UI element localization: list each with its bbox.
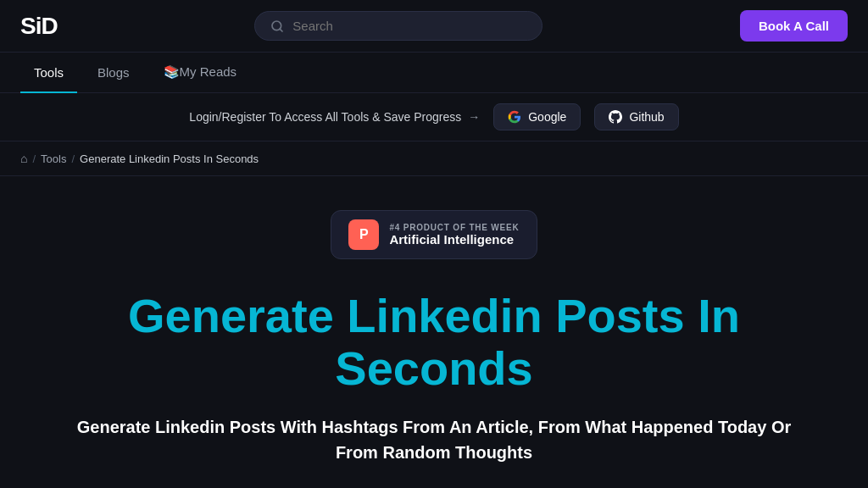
github-login-button[interactable]: Github — [594, 103, 678, 130]
search-icon — [270, 19, 284, 33]
logo: SiD — [20, 13, 58, 40]
tab-tools[interactable]: Tools — [20, 53, 77, 93]
book-call-button[interactable]: Book A Call — [740, 10, 848, 42]
product-hunt-icon: P — [348, 219, 379, 250]
breadcrumb-tools[interactable]: Tools — [41, 152, 66, 165]
tab-my-reads[interactable]: 📚My Reads — [150, 53, 251, 93]
google-login-button[interactable]: Google — [493, 103, 581, 130]
product-rank: #4 PRODUCT OF THE WEEK — [389, 223, 519, 232]
login-register-label: Login/Register To Access All Tools & Sav… — [189, 110, 461, 124]
home-icon[interactable]: ⌂ — [20, 152, 27, 165]
google-icon — [508, 110, 521, 124]
svg-line-1 — [280, 29, 282, 31]
sub-heading: Generate Linkedin Posts With Hashtags Fr… — [70, 414, 798, 465]
arrow-icon: → — [468, 110, 480, 124]
nav-tabs: Tools Blogs 📚My Reads — [0, 53, 868, 93]
product-badge[interactable]: P #4 PRODUCT OF THE WEEK Artificial Inte… — [331, 210, 537, 259]
product-category: Artificial Intelligence — [389, 232, 519, 247]
breadcrumb-sep-2: / — [71, 152, 75, 165]
github-label: Github — [629, 110, 664, 124]
breadcrumb-current: Generate Linkedin Posts In Seconds — [80, 152, 259, 165]
search-bar[interactable] — [254, 11, 542, 41]
header: SiD Book A Call — [0, 0, 868, 53]
tab-blogs[interactable]: Blogs — [84, 53, 143, 93]
login-bar: Login/Register To Access All Tools & Sav… — [0, 93, 868, 141]
search-input[interactable] — [292, 19, 526, 33]
main-heading: Generate Linkedin Posts In Seconds — [103, 290, 765, 394]
google-label: Google — [528, 110, 566, 124]
login-text: Login/Register To Access All Tools & Sav… — [189, 110, 480, 124]
main-content: P #4 PRODUCT OF THE WEEK Artificial Inte… — [0, 176, 868, 488]
github-icon — [609, 110, 622, 124]
product-info: #4 PRODUCT OF THE WEEK Artificial Intell… — [389, 223, 519, 247]
breadcrumb-sep-1: / — [32, 152, 36, 165]
breadcrumb: ⌂ / Tools / Generate Linkedin Posts In S… — [0, 141, 868, 176]
